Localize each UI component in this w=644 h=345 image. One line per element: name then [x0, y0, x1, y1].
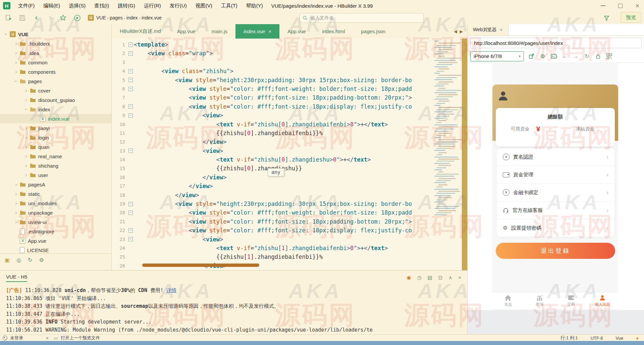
tab-pages.json[interactable]: pages.json [353, 24, 394, 39]
tree-item-common[interactable]: ›common [0, 58, 111, 67]
menu-item-S[interactable]: 选择(S) [64, 0, 90, 11]
outline-icon[interactable]: ≡ [46, 336, 49, 341]
clear-icon[interactable]: × [458, 275, 461, 281]
open-previous-preview-label[interactable]: 打开上一个预览文件 [61, 335, 100, 341]
tab-App.vue[interactable]: App.vue [169, 24, 204, 39]
menu-item-U[interactable]: 发行(U) [165, 0, 191, 11]
tree-item-.hbuilderx[interactable]: ›.hbuilderx [0, 39, 111, 48]
fold-icon[interactable]: − [127, 102, 134, 111]
minimize-icon[interactable] [601, 5, 605, 6]
fold-icon[interactable]: − [127, 147, 134, 155]
run-button[interactable] [73, 14, 81, 22]
address-bar-input[interactable]: http://localhost:8080/#/pages/user/index [470, 38, 642, 48]
tree-item-.idea[interactable]: ›.idea [0, 48, 111, 58]
tree-item-discount_gupiao[interactable]: ›discount_gupiao [0, 95, 111, 105]
lock-icon[interactable] [595, 53, 601, 60]
user-menu-item[interactable]: ⚙設置提領密碼› [497, 219, 614, 237]
editor-vertical-scrollbar[interactable] [462, 39, 468, 270]
open-external-icon[interactable] [528, 53, 535, 60]
explorer-icon[interactable]: ▣ [5, 257, 10, 263]
browser-tab-close-icon[interactable]: × [500, 27, 503, 33]
goto-file-search-input[interactable]: 输入文件名 [300, 13, 424, 23]
tab-index.vue[interactable]: index.vue× [235, 24, 279, 39]
sync-icon[interactable]: ↻ [28, 257, 32, 263]
preview-file-icon[interactable]: ▭ [54, 336, 58, 341]
notification-icon[interactable]: ● [636, 336, 639, 341]
tab-App.vue[interactable]: App.vue [279, 24, 314, 39]
tree-item-user[interactable]: ›user [0, 170, 111, 180]
tree-item-static[interactable]: ›static [0, 189, 111, 198]
fold-icon[interactable]: − [127, 199, 134, 208]
extensions-icon[interactable]: ⚙ [39, 257, 44, 263]
tab-index.html[interactable]: index.html [314, 24, 353, 39]
fold-icon[interactable]: − [127, 226, 134, 235]
user-menu-item[interactable]: ¥金融卡綁定› [497, 183, 614, 201]
menu-item-I[interactable]: 查找(I) [90, 0, 113, 11]
phone-tab-個人訊息[interactable]: 個人訊息 [587, 292, 618, 309]
logout-button[interactable]: 退出登錄 [496, 243, 615, 259]
fold-icon[interactable]: − [127, 111, 134, 120]
breadcrumb-item[interactable]: pages [110, 15, 122, 20]
new-file-button[interactable] [4, 14, 12, 22]
avatar[interactable] [497, 90, 509, 102]
tree-item-index[interactable]: ›index [0, 105, 111, 114]
console-icon[interactable] [550, 53, 557, 60]
editor-horizontal-scrollbar[interactable] [142, 264, 259, 267]
menu-item-Y[interactable]: 帮助(Y) [242, 0, 267, 11]
menu-item-R[interactable]: 运行(R) [140, 0, 165, 11]
favorite-star-button[interactable] [59, 14, 67, 22]
filter-funnel-icon[interactable] [602, 14, 610, 22]
breadcrumb-item[interactable]: VUE [96, 15, 106, 20]
account-status-icon[interactable] [3, 336, 7, 340]
browser-tab[interactable]: Web浏览器 × [468, 24, 508, 36]
record-icon[interactable]: ◉ [407, 275, 411, 281]
tree-item-login[interactable]: ›login [0, 133, 111, 142]
code-area[interactable]: 1−<template>2− <view class="wrap">34− <v… [112, 39, 433, 270]
console-tab[interactable]: VUE - H5 [6, 274, 27, 282]
user-menu-item[interactable]: 官方在線客服› [497, 201, 614, 219]
tree-item-index.vue[interactable]: Vindex.vue [0, 114, 111, 123]
back-button[interactable]: ‹ [32, 14, 40, 22]
tree-item-jiaoyi[interactable]: ›jiaoyi [0, 123, 111, 133]
report-icon[interactable]: ▤ [427, 275, 432, 281]
tree-item-quan[interactable]: ›quan [0, 142, 111, 152]
history-icon[interactable]: ◷ [417, 275, 421, 281]
menu-item-F[interactable]: 文件(F) [14, 0, 39, 11]
nav-back-icon[interactable]: ← [561, 53, 568, 60]
tree-item-uni_modules[interactable]: ›uni_modules [0, 198, 111, 208]
tree-item-VUE[interactable]: ›UVUE [0, 30, 111, 39]
device-select[interactable]: iPhone 6/7/8 ▾ [470, 51, 524, 61]
fold-icon[interactable]: − [127, 67, 134, 75]
tree-item-uviewui[interactable]: ›uview-ui [0, 217, 111, 227]
find-icon[interactable]: ◎ [16, 257, 21, 263]
tree-item-App.vue[interactable]: VApp.vue [0, 236, 111, 245]
tree-item-shichang[interactable]: ›shichang [0, 161, 111, 170]
tree-item-real_name[interactable]: ›real_name [0, 152, 111, 161]
tree-item-cover[interactable]: ›cover [0, 86, 111, 95]
tab-scroll-left-icon[interactable]: ◀ [454, 29, 457, 34]
nav-forward-icon[interactable]: → [573, 53, 579, 60]
encoding-label[interactable]: UTF-8 [591, 336, 603, 341]
tree-item-components[interactable]: ›components [0, 67, 111, 76]
export-icon[interactable]: ⊡ [438, 275, 443, 281]
fold-icon[interactable]: − [127, 208, 134, 217]
fold-icon[interactable]: − [127, 49, 134, 58]
detail-link[interactable]: 详情 [166, 287, 176, 293]
filetype-label[interactable]: Vue [615, 336, 623, 341]
collapse-icon[interactable]: ∧ [448, 275, 452, 281]
tree-item-pages[interactable]: ›pages [0, 76, 111, 86]
fold-icon[interactable]: − [127, 76, 134, 84]
settings-gear-icon[interactable]: ⚙ [539, 53, 546, 60]
tree-item-unpackage[interactable]: ›unpackage [0, 208, 111, 217]
minimap[interactable] [433, 39, 462, 270]
qrcode-icon[interactable] [606, 53, 612, 60]
user-menu-item[interactable]: ¥實名認證› [497, 148, 614, 166]
phone-tab-交易[interactable]: 交易 [555, 292, 587, 309]
tab-close-icon[interactable]: × [268, 28, 271, 34]
breadcrumb-item[interactable]: index [126, 15, 138, 20]
save-button[interactable] [18, 14, 26, 22]
tree-item-.eslintignore[interactable]: .eslintignore [0, 227, 111, 236]
maximize-icon[interactable] [618, 4, 623, 8]
login-status-label[interactable]: 未登录 [10, 335, 23, 341]
forward-button[interactable]: › [46, 14, 54, 22]
